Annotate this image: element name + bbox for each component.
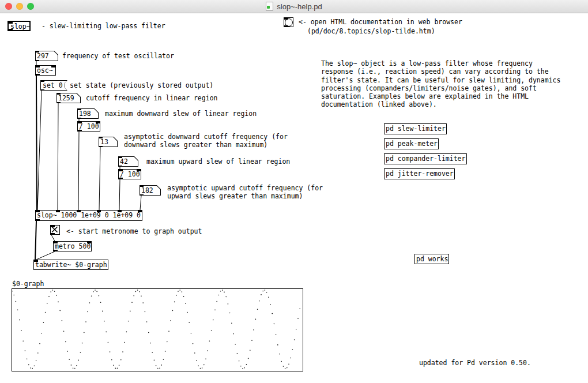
version-comment: updated for Pd version 0.50. [419,359,531,367]
slop-main-object-inlet[interactable] [138,211,142,212]
window-title-group: slop~-help.pd [0,0,588,13]
open-html-bang[interactable] [284,17,293,27]
slop-description-comment-line: - slew-limiting low-pass filter [42,22,165,30]
oscillator-freq-number-outlet[interactable] [35,60,39,62]
patch-cord [58,103,58,210]
divide-100-a-object-outlet[interactable] [78,130,82,132]
pd-works[interactable]: pd works [414,254,449,264]
slop-main-object-inlet[interactable] [97,211,101,212]
array-graph-frame [12,288,303,371]
open-html-bang-outlet[interactable] [284,25,288,27]
osc-object-inlet[interactable] [36,66,40,67]
divide-100-b-object[interactable]: / 100 [118,169,141,179]
window-title: slop~-help.pd [277,2,322,11]
slop-main-object-inlet[interactable] [118,211,122,212]
patch-cord [140,196,141,210]
up-asymptotic-comment-line: asymptotic upward cutoff frequency (for [167,184,323,192]
patch-cord [37,91,42,210]
down-slew-number[interactable]: 198 [77,108,99,119]
down-asymptotic-number[interactable]: 13 [99,137,118,147]
slop-main-object-text: slop~ 1000 1e+09 0 1e+09 0 [37,211,141,219]
slop-reference-object-outlet[interactable] [9,29,13,31]
set-state-message[interactable]: set 0 [40,80,67,91]
pd-compander-limiter-text: pd compander-limiter [386,155,465,163]
oscillator-freq-number[interactable]: 297 [35,51,58,61]
metro-object-inlet[interactable] [87,242,91,243]
description-paragraph-line: saturation. Examples below are explained… [321,92,560,100]
divide-100-b-object-outlet[interactable] [119,178,123,179]
cutoff-freq-number-inlet[interactable] [56,93,61,95]
slop-main-object-inlet[interactable] [77,211,81,212]
down-asymptotic-comment-line: asymptotic downward cutoff frequency (fo… [124,133,288,141]
up-slew-number[interactable]: 42 [118,156,138,167]
set-state-comment: set state (previously stored output) [70,81,213,89]
patch-cord [99,147,100,210]
tabwrite-object-inlet[interactable] [34,260,38,262]
cutoff-freq-number-text: 1259 [57,93,80,103]
metro-toggle[interactable] [50,225,60,235]
tabwrite-object-text: tabwrite~ $0-graph [35,261,107,269]
oscillator-freq-comment-line: frequency of test oscillator [62,52,174,60]
metro-object-outlet[interactable] [54,250,58,251]
cutoff-freq-number-outlet[interactable] [56,102,61,104]
divide-100-b-object-inlet[interactable] [119,170,123,171]
down-asymptotic-comment: asymptotic downward cutoff frequency (fo… [124,133,288,149]
divide-100-a-object-inlet[interactable] [96,122,100,123]
metro-object-inlet[interactable] [54,242,58,243]
pd-peak-meter[interactable]: pd peak-meter [384,138,439,149]
down-slew-number-outlet[interactable] [77,118,81,119]
down-slew-number-inlet[interactable] [77,108,81,110]
up-slew-comment: maximum upward slew of linear region [146,157,290,166]
slop-main-object-inlet[interactable] [36,211,40,212]
down-asymptotic-number-inlet[interactable] [99,137,103,138]
up-slew-number-outlet[interactable] [118,166,122,167]
divide-100-a-object-text: / 100 [79,122,99,130]
tabwrite-object[interactable]: tabwrite~ $0-graph [33,260,108,270]
divide-100-a-object-inlet[interactable] [78,122,82,123]
osc-object-outlet[interactable] [36,74,40,76]
up-asymptotic-number-inlet[interactable] [140,185,144,187]
set-state-comment-line: set state (previously stored output) [70,81,213,89]
pd-peak-meter-text: pd peak-meter [386,140,438,148]
divide-100-b-object-inlet[interactable] [137,170,141,171]
window-titlebar: slop~-help.pd [0,0,588,13]
pd-compander-limiter[interactable]: pd compander-limiter [384,153,467,164]
patch-cord [51,235,55,241]
cutoff-freq-number[interactable]: 1259 [56,93,81,103]
open-html-bang-inlet[interactable] [284,18,288,20]
slop-main-object-inlet[interactable] [56,211,60,212]
cutoff-freq-comment-line: cutoff frequency in linear region [86,94,217,102]
cutoff-freq-comment: cutoff frequency in linear region [86,94,217,102]
up-asymptotic-number[interactable]: 182 [140,185,161,196]
down-asymptotic-number-outlet[interactable] [99,146,103,148]
slop-main-object[interactable]: slop~ 1000 1e+09 0 1e+09 0 [35,210,142,221]
metro-object-text: metro 500 [55,242,91,250]
html-path-comment: (pd/doc/8.topics/slop-tilde.htm) [307,27,435,35]
pd-slew-limiter[interactable]: pd slew-limiter [384,123,447,134]
patch-cord [78,132,79,210]
osc-object[interactable]: osc~ [35,65,56,76]
slop-main-object-outlet[interactable] [36,219,40,221]
pd-file-mark-icon [267,6,270,9]
metro-toggle-inlet[interactable] [51,226,55,227]
document-icon [266,2,273,11]
up-slew-comment-line: maximum upward slew of linear region [146,157,290,166]
divide-100-a-object[interactable]: / 100 [77,121,100,132]
pd-jitter-remover[interactable]: pd jitter-remover [384,168,455,179]
metronome-comment-line: <- start metronome to graph output [66,227,202,235]
down-asymptotic-comment-line: downward slews greater than maximum) [124,141,288,149]
up-asymptotic-number-outlet[interactable] [140,194,144,196]
oscillator-freq-number-inlet[interactable] [35,51,39,52]
slop-reference-object-text: slop~ [10,22,31,31]
set-state-message-inlet[interactable] [40,80,44,82]
metro-toggle-outlet[interactable] [51,233,55,235]
slop-reference-object[interactable]: slop~ [7,21,31,31]
version-comment-line: updated for Pd version 0.50. [419,359,531,367]
set-state-message-outlet[interactable] [40,89,44,91]
up-slew-number-inlet[interactable] [118,156,122,158]
metro-object[interactable]: metro 500 [53,241,92,251]
slop-reference-object-inlet[interactable] [9,22,13,24]
pd-jitter-remover-text: pd jitter-remover [386,170,454,178]
osc-object-inlet[interactable] [51,66,55,67]
description-paragraph-line: response (i.e., reaction speed) can vary… [321,67,560,76]
